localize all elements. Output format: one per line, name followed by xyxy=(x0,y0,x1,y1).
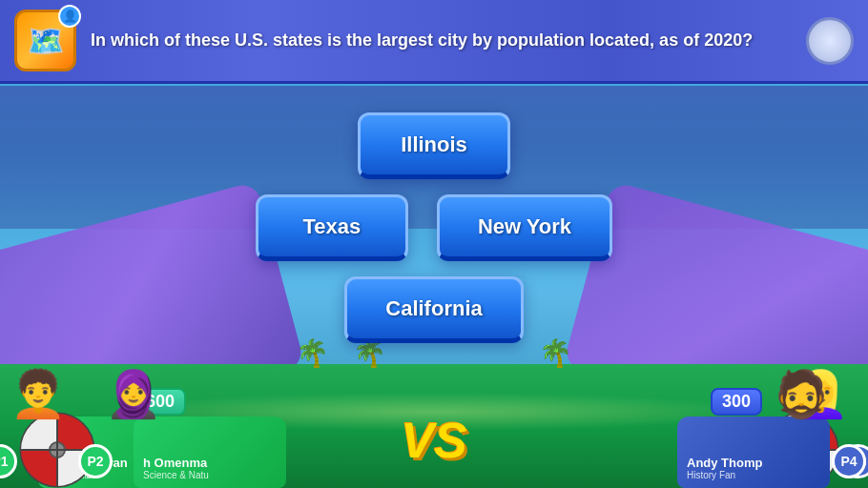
p2-avatar: 🧕 xyxy=(105,368,162,421)
vs-text: VS xyxy=(401,412,466,469)
answer-texas[interactable]: Texas xyxy=(256,194,408,261)
p2-role: Science & Natu xyxy=(143,470,277,480)
p4-role: History Fan xyxy=(687,470,820,480)
team-left: 🧑‍🦱 600 Arun Dhawan Quiz Whiz P1 xyxy=(10,383,105,488)
p2-card-bg: h Omenma Science & Natu xyxy=(134,417,286,488)
map-icon: 🗺️ xyxy=(27,23,65,59)
answer-row-2: Texas New York xyxy=(256,194,612,261)
p4-card-bg: Andy Thomp History Fan xyxy=(677,417,830,488)
header-bar: 🗺️ 👤 In which of these U.S. states is th… xyxy=(0,0,868,84)
timer-circle xyxy=(806,17,854,65)
header-player-icon: 👤 xyxy=(58,5,81,28)
p4-avatar: 🧔 xyxy=(773,368,830,421)
answer-row-1: Illinois xyxy=(358,112,510,179)
answer-illinois[interactable]: Illinois xyxy=(358,112,510,179)
answer-row-3: California xyxy=(344,276,523,343)
p4-name: Andy Thomp xyxy=(687,456,811,470)
team-right: 👱‍♀️ 300 Emma Ca Quiz Whiz P3 🧔 Andy Tho… xyxy=(763,383,858,488)
p3-score: 300 xyxy=(711,388,762,416)
answer-california[interactable]: California xyxy=(344,276,523,343)
vs-section: VS xyxy=(401,412,466,469)
question-category-icon: 🗺️ 👤 xyxy=(14,10,76,71)
players-row: 🧑‍🦱 600 Arun Dhawan Quiz Whiz P1 xyxy=(0,364,868,488)
p1-badge: P1 xyxy=(0,444,17,478)
p4-badge: P4 xyxy=(832,444,866,478)
question-text: In which of these U.S. states is the lar… xyxy=(91,30,806,51)
p2-badge: P2 xyxy=(78,444,113,478)
answers-container: Illinois Texas New York California xyxy=(0,91,868,364)
answer-new-york[interactable]: New York xyxy=(437,194,612,261)
person-icon: 👤 xyxy=(63,10,77,23)
p2-name: h Omenma xyxy=(143,456,267,470)
p1-avatar: 🧑‍🦱 xyxy=(10,368,67,421)
